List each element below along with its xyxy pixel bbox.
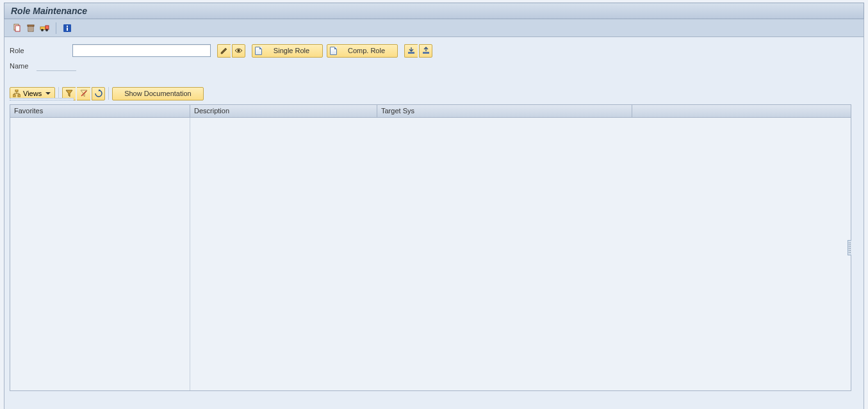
grid-toolbar: Views Show Documentation xyxy=(10,86,858,101)
horizontal-splitter[interactable] xyxy=(10,98,74,100)
svg-rect-13 xyxy=(67,28,68,31)
svg-rect-15 xyxy=(408,52,414,54)
views-label: Views xyxy=(23,90,42,97)
role-row: Role Single Role Comp. Role xyxy=(10,44,858,58)
divider xyxy=(108,87,109,100)
col-target-sys[interactable]: Target Sys xyxy=(377,105,632,117)
col-description[interactable]: Description xyxy=(190,105,377,117)
app-toolbar: © www.tutorialkart.com xyxy=(4,19,864,37)
delete-icon[interactable] xyxy=(25,22,37,34)
name-label: Name xyxy=(10,62,35,70)
role-label: Role xyxy=(10,47,71,54)
copy-icon[interactable] xyxy=(11,22,22,34)
single-role-button[interactable]: Single Role xyxy=(252,44,323,58)
document-icon xyxy=(330,47,337,55)
info-icon[interactable] xyxy=(61,22,73,34)
chevron-down-icon xyxy=(45,92,51,95)
transport-icon[interactable] xyxy=(39,22,51,34)
toolbar-separator xyxy=(56,22,56,34)
svg-rect-18 xyxy=(13,95,15,97)
col-spacer xyxy=(632,105,851,117)
document-icon xyxy=(255,47,262,55)
title-bar: Role Maintenance xyxy=(4,3,864,19)
name-value xyxy=(37,61,76,71)
vertical-splitter[interactable] xyxy=(848,240,851,255)
role-input[interactable] xyxy=(72,44,211,57)
svg-rect-16 xyxy=(423,52,429,54)
refresh-button[interactable] xyxy=(92,87,105,100)
svg-rect-19 xyxy=(18,95,20,97)
col-favorites[interactable]: Favorites xyxy=(10,105,190,117)
edit-button[interactable] xyxy=(217,44,231,58)
svg-rect-3 xyxy=(28,25,34,26)
single-role-label: Single Role xyxy=(266,47,317,54)
svg-point-9 xyxy=(41,29,44,31)
favorites-grid: Favorites Description Target Sys xyxy=(10,104,851,391)
hierarchy-icon xyxy=(13,90,20,97)
svg-rect-17 xyxy=(15,90,18,92)
show-documentation-button[interactable]: Show Documentation xyxy=(112,87,204,100)
show-documentation-label: Show Documentation xyxy=(122,90,194,97)
svg-rect-1 xyxy=(15,26,20,31)
name-row: Name xyxy=(10,60,858,72)
download-button[interactable] xyxy=(404,44,418,58)
details-pane[interactable] xyxy=(190,118,851,390)
grid-body xyxy=(10,118,851,390)
comp-role-button[interactable]: Comp. Role xyxy=(327,44,398,58)
svg-point-14 xyxy=(238,49,240,52)
svg-point-10 xyxy=(45,29,48,31)
display-button[interactable] xyxy=(232,44,245,58)
page-title: Role Maintenance xyxy=(11,6,87,16)
grid-header: Favorites Description Target Sys xyxy=(10,105,851,118)
clear-filter-button[interactable] xyxy=(77,87,90,100)
comp-role-label: Comp. Role xyxy=(341,47,392,54)
content-area: Role Single Role Comp. Role xyxy=(4,37,864,409)
upload-button[interactable] xyxy=(419,44,432,58)
favorites-pane[interactable] xyxy=(10,118,190,390)
svg-rect-12 xyxy=(67,26,68,27)
